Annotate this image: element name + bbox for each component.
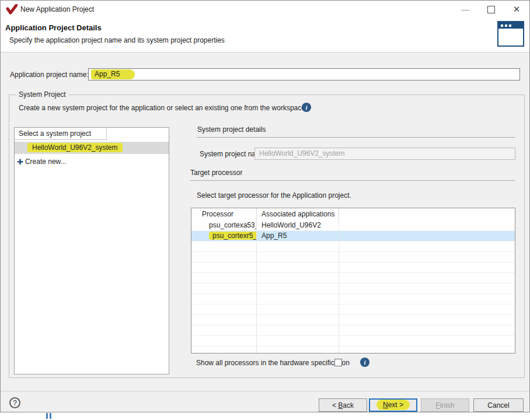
- group-instruction: Create a new system project for the appl…: [19, 104, 305, 112]
- background-artifact: [46, 413, 54, 419]
- processor-table[interactable]: Processor Associated applications psu_co…: [191, 208, 515, 354]
- title-bar[interactable]: New Application Project — ✕: [1, 1, 529, 18]
- new-application-project-dialog: New Application Project — ✕ Application …: [0, 0, 530, 412]
- separator: [197, 137, 515, 138]
- show-all-checkbox[interactable]: [334, 359, 342, 366]
- next-button[interactable]: Next >: [369, 398, 417, 412]
- selected-system-project: HelloWorld_U96V2_system: [27, 143, 123, 152]
- create-new-label: Create new...: [25, 156, 67, 167]
- table-row-empty[interactable]: [191, 326, 515, 336]
- window-controls: — ✕: [452, 1, 529, 18]
- table-row-empty[interactable]: [191, 252, 515, 262]
- table-row-empty[interactable]: [191, 262, 515, 273]
- app-name-label: Application project name:: [10, 71, 89, 79]
- show-all-label: Show all processors in the hardware spec…: [196, 359, 350, 367]
- table-row[interactable]: psu_cortexr5_0App_R5: [191, 231, 515, 242]
- button-bar: ? < Back Next > Finish Cancel: [1, 391, 529, 412]
- page-subtitle: Specify the application project name and…: [9, 36, 225, 44]
- column-header-processor[interactable]: Processor: [191, 208, 257, 220]
- processor-table-body: psu_cortexa53_0HelloWorld_U96V2psu_corte…: [191, 220, 515, 354]
- wizard-header: Application Project Details Specify the …: [1, 18, 529, 52]
- page-title: Application Project Details: [5, 23, 102, 32]
- dialog-body: Application project name: App_R5 System …: [1, 52, 529, 391]
- table-row-empty[interactable]: [191, 242, 515, 252]
- back-button[interactable]: < Back: [319, 398, 367, 412]
- finish-button[interactable]: Finish: [421, 398, 469, 412]
- table-row-empty[interactable]: [191, 336, 515, 346]
- list-item-selected[interactable]: HelloWorld_U96V2_system: [15, 142, 169, 154]
- wizard-window-icon: [497, 21, 524, 47]
- table-row-empty[interactable]: [191, 284, 515, 294]
- processor-table-header: Processor Associated applications: [191, 208, 515, 220]
- plus-icon: ✚: [17, 158, 23, 166]
- app-name-value: App_R5: [91, 69, 135, 79]
- next-button-label: Next >: [376, 400, 410, 410]
- app-name-input[interactable]: App_R5: [88, 68, 520, 80]
- system-project-list[interactable]: Select a system project HelloWorld_U96V2…: [14, 127, 169, 374]
- info-icon[interactable]: i: [360, 358, 369, 367]
- table-row-empty[interactable]: [191, 304, 515, 315]
- system-name-input-disabled: HelloWorld_U96V2_system: [254, 148, 515, 160]
- minimize-icon[interactable]: —: [452, 1, 478, 18]
- help-icon[interactable]: ?: [9, 397, 20, 408]
- table-row-empty[interactable]: [191, 273, 515, 284]
- window-title: New Application Project: [20, 5, 94, 13]
- details-section-title: System project details: [197, 125, 266, 134]
- target-processor-title: Target processor: [190, 169, 242, 177]
- table-row[interactable]: psu_cortexa53_0HelloWorld_U96V2: [191, 220, 515, 231]
- close-icon[interactable]: ✕: [504, 1, 529, 18]
- maximize-icon[interactable]: [478, 1, 504, 18]
- table-row-empty[interactable]: [191, 315, 515, 326]
- select-processor-instruction: Select target processor for the Applicat…: [197, 191, 351, 200]
- group-label: System Project: [16, 90, 69, 99]
- system-project-group: System Project Create a new system proje…: [9, 94, 525, 378]
- column-header-applications[interactable]: Associated applications: [257, 208, 339, 220]
- list-header: Select a system project: [15, 128, 107, 140]
- xilinx-logo-icon: [6, 4, 18, 15]
- separator: [190, 180, 515, 181]
- column-header-empty: [339, 208, 515, 220]
- cancel-button[interactable]: Cancel: [473, 398, 524, 412]
- info-icon[interactable]: i: [302, 103, 311, 112]
- create-new-item[interactable]: ✚ Create new...: [17, 156, 67, 167]
- table-row-empty[interactable]: [191, 346, 515, 354]
- table-row-empty[interactable]: [191, 294, 515, 304]
